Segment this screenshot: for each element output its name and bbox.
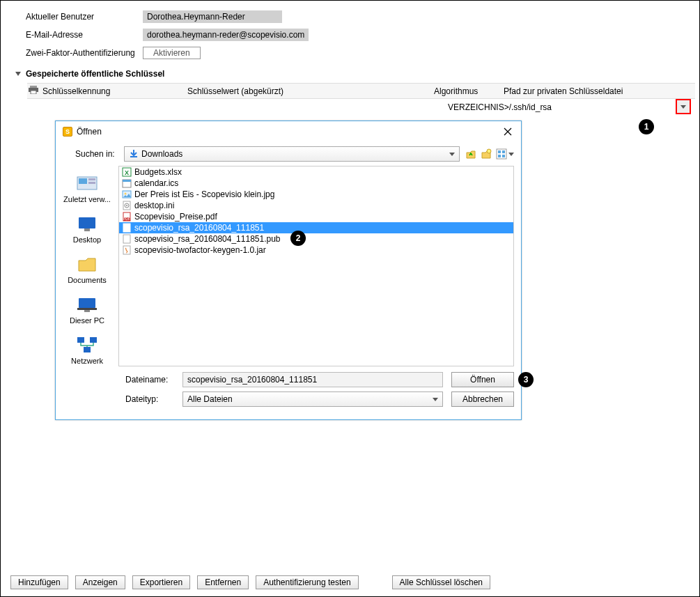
col-key-value[interactable]: Schlüsselwert (abgekürzt) [187,86,434,96]
file-item[interactable]: scopevisio-twofactor-keygen-1.0.jar [119,245,513,256]
file-icon [122,245,132,255]
svg-rect-15 [88,182,95,184]
file-item[interactable]: desktop.ini [119,200,513,211]
place-pc-label: Dieser PC [70,316,104,325]
place-documents[interactable]: Documents [59,251,115,287]
svg-rect-18 [79,298,95,308]
up-folder-icon[interactable] [465,148,476,160]
svg-rect-20 [84,310,90,312]
remove-button[interactable]: Entfernen [197,575,249,589]
annotation-badge-1: 1 [639,119,654,134]
svg-rect-8 [498,150,501,153]
search-in-label: Suchen in: [75,149,124,159]
file-icon [122,223,132,233]
file-icon [122,234,132,244]
file-item[interactable]: scopevisio_rsa_20160804_111851 [119,222,513,233]
svg-rect-5 [130,156,137,157]
place-network[interactable]: Netzwerk [59,332,115,368]
filename-label: Dateiname: [125,375,174,385]
close-button[interactable] [501,125,514,138]
annotation-badge-2: 2 [290,231,306,246]
file-name: scopevisio_rsa_20160804_111851 [134,223,264,233]
grid-header: Schlüsselkennung Schlüsselwert (abgekürz… [27,83,695,99]
svg-rect-10 [498,155,501,157]
file-icon [122,178,132,188]
place-documents-label: Documents [68,276,107,284]
row-path: VERZEICHNIS>/.ssh/id_rsa [448,102,695,112]
footer-toolbar: Hinzufügen Anzeigen Exportieren Entferne… [10,575,690,589]
open-button[interactable]: Öffnen [451,372,514,387]
svg-rect-16 [79,217,95,228]
table-row[interactable]: VERZEICHNIS>/.ssh/id_rsa [40,99,695,116]
export-button[interactable]: Exportieren [132,575,190,589]
chevron-down-icon [433,398,438,401]
file-name: calendar.ics [134,178,178,188]
svg-rect-13 [79,178,87,184]
show-button[interactable]: Anzeigen [75,575,125,589]
svg-point-33 [126,205,127,206]
filetype-select[interactable]: Alle Dateien [182,391,443,407]
download-folder-icon [129,149,139,159]
new-folder-icon[interactable] [481,148,492,160]
filetype-label: Dateityp: [125,394,174,404]
place-desktop[interactable]: Desktop [59,210,115,247]
chevron-down-icon [449,153,455,156]
delete-all-button[interactable]: Alle Schlüssel löschen [392,575,490,589]
file-item[interactable]: XBudgets.xlsx [119,166,513,178]
file-name: scopevisio_rsa_20160804_111851.pub [134,234,281,244]
expand-icon[interactable] [15,72,21,76]
place-recent[interactable]: Zuletzt verw... [59,170,115,206]
view-icon [496,148,507,160]
search-in-select[interactable]: Downloads [124,146,460,162]
filename-input[interactable]: scopevisio_rsa_20160804_111851 [182,372,443,387]
file-name: scopevisio-twofactor-keygen-1.0.jar [134,245,266,255]
svg-rect-38 [123,235,130,243]
add-button[interactable]: Hinzufügen [10,575,68,589]
file-icon [122,201,132,210]
test-auth-button[interactable]: Authentifizierung testen [256,575,358,589]
email-label: E-Mail-Adresse [26,30,143,40]
view-menu-button[interactable] [496,148,514,160]
col-key-id[interactable]: Schlüsselkennung [40,86,187,96]
user-label: Aktueller Benutzer [26,12,143,22]
file-name: Budgets.xlsx [134,167,182,177]
file-item[interactable]: calendar.ics [119,178,513,189]
svg-rect-27 [123,180,131,182]
place-recent-label: Zuletzt verw... [63,195,111,203]
col-private-path[interactable]: Pfad zur privaten Schlüsseldatei [504,86,671,96]
svg-rect-22 [90,337,97,343]
print-icon[interactable] [27,86,40,96]
email-value: dorothea.heymann-reder@scopevisio.com [143,29,309,41]
svg-rect-37 [123,224,130,232]
svg-rect-21 [77,337,84,343]
file-name: Der Preis ist Eis - Scopevisio klein.jpg [134,189,274,199]
file-icon: PDF [122,212,132,222]
svg-rect-11 [502,155,505,157]
file-icon [122,189,132,199]
chevron-down-icon [508,153,514,156]
svg-rect-14 [88,178,95,180]
places-bar: Zuletzt verw... Desktop Documents Dieser… [56,166,118,372]
file-item[interactable]: scopevisio_rsa_20160804_111851.pub [119,233,513,245]
chevron-down-icon [680,105,686,109]
file-icon: X [122,167,132,177]
user-value: Dorothea.Heymann-Reder [143,10,282,23]
svg-rect-23 [84,347,91,352]
file-item[interactable]: Der Preis ist Eis - Scopevisio klein.jpg [119,189,513,200]
svg-rect-2 [31,91,36,94]
svg-rect-9 [502,150,505,153]
place-this-pc[interactable]: Dieser PC [59,291,115,327]
activate-button[interactable]: Aktivieren [143,47,201,59]
dialog-title: Öffnen [77,127,501,137]
cancel-button[interactable]: Abbrechen [451,391,514,407]
row-dropdown-button[interactable] [676,99,691,114]
file-list[interactable]: XBudgets.xlsxcalendar.icsDer Preis ist E… [118,166,514,366]
svg-point-30 [125,193,127,195]
app-logo-icon: S [63,127,72,137]
file-item[interactable]: PDFScopevisio_Preise.pdf [119,211,513,222]
col-algorithm[interactable]: Algorithmus [434,86,504,96]
file-name: Scopevisio_Preise.pdf [134,212,217,222]
close-icon [504,127,512,136]
search-in-value: Downloads [141,149,182,159]
svg-rect-17 [84,228,90,231]
